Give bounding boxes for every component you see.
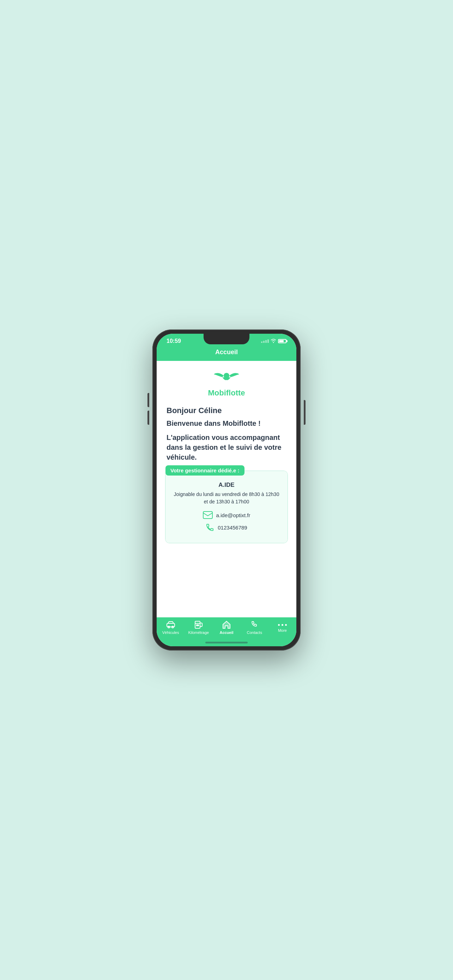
volume-up-button [148, 393, 149, 407]
phone-screen: 10:59 [157, 334, 296, 646]
notch [203, 334, 250, 344]
wifi-icon [270, 338, 276, 344]
page-title: Accueil [215, 348, 238, 356]
main-content: Mobiflotte Bonjour Céline Bienvenue dans… [157, 361, 296, 617]
fuel-icon [194, 620, 203, 629]
tab-kilometrage-label: Kilométrage [188, 630, 209, 635]
svg-rect-8 [196, 624, 199, 626]
tab-bar: Véhicules Kilométrage Accueil [157, 617, 296, 642]
welcome-message: Bienvenue dans Mobiflotte ! [167, 420, 286, 428]
home-icon [222, 620, 231, 629]
tab-accueil[interactable]: Accueil [212, 620, 240, 635]
tab-vehicules[interactable]: Véhicules [157, 620, 184, 635]
status-icons [261, 338, 286, 344]
svg-rect-6 [200, 623, 202, 627]
volume-down-button [148, 410, 149, 425]
greeting-text: Bonjour Céline [167, 406, 286, 415]
phone-device: 10:59 [153, 329, 300, 651]
manager-label: Votre gestionnaire dédié.e : [165, 465, 245, 476]
signal-icon [261, 339, 269, 343]
welcome-section: Bonjour Céline Bienvenue dans Mobiflotte… [165, 406, 288, 462]
battery-icon [278, 339, 286, 343]
phone-row[interactable]: 0123456789 [173, 523, 280, 531]
tab-contacts[interactable]: Contacts [241, 620, 269, 635]
phone-icon [206, 523, 214, 531]
tab-accueil-label: Accueil [219, 630, 233, 635]
svg-rect-1 [203, 512, 212, 519]
tab-vehicules-label: Véhicules [162, 630, 179, 635]
logo-text: Mobiflotte [208, 388, 245, 398]
manager-phone: 0123456789 [218, 525, 247, 531]
power-button [304, 400, 305, 425]
tab-more-label: More [278, 628, 287, 633]
more-dots-icon [278, 623, 287, 627]
tab-kilometrage[interactable]: Kilométrage [184, 620, 212, 635]
email-icon [203, 511, 213, 519]
manager-name: A.IDE [173, 482, 280, 488]
logo-area: Mobiflotte [165, 369, 288, 398]
car-icon [166, 620, 175, 629]
mobiflotte-logo-icon [212, 369, 241, 387]
manager-content: A.IDE Joignable du lundi au vendredi de … [165, 471, 288, 543]
contact-phone-icon [250, 620, 259, 629]
tab-more[interactable]: More [269, 623, 296, 633]
email-row[interactable]: a.ide@optixt.fr [173, 511, 280, 519]
manager-email: a.ide@optixt.fr [216, 512, 251, 518]
app-description: L'application vous accompagnant dans la … [167, 433, 286, 462]
manager-hours: Joignable du lundi au vendredi de 8h30 à… [173, 491, 280, 506]
nav-header: Accueil [157, 346, 296, 361]
manager-card: Votre gestionnaire dédié.e : A.IDE Joign… [165, 471, 288, 543]
home-indicator [157, 642, 296, 646]
status-time: 10:59 [167, 338, 181, 344]
tab-contacts-label: Contacts [247, 630, 262, 635]
